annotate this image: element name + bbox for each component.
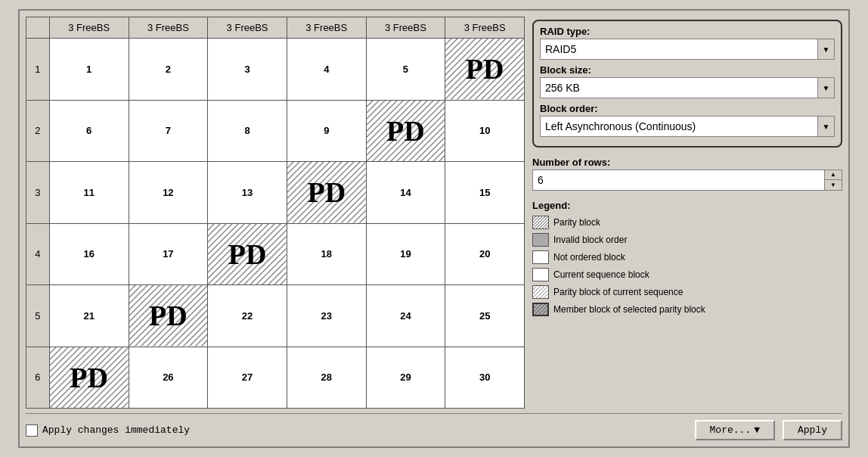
cell-5-2[interactable]: PD	[129, 285, 208, 347]
legend-invalid: Invalid block order	[532, 233, 842, 247]
legend-current-seq: Current sequence block	[532, 268, 842, 281]
apply-immediately-checkbox[interactable]	[26, 424, 38, 437]
num-rows-spinner[interactable]: 6 ▲ ▼	[532, 169, 842, 191]
spin-down[interactable]: ▼	[825, 180, 842, 190]
legend-parity-current: Parity block of current sequence	[532, 285, 842, 299]
cell-3-3[interactable]: 13	[208, 162, 287, 224]
legend-invalid-label: Invalid block order	[553, 235, 627, 245]
cell-4-3[interactable]: PD	[208, 223, 287, 285]
parity-current-hatch-svg	[533, 286, 548, 298]
spin-up[interactable]: ▲	[825, 170, 842, 180]
cell-5-6[interactable]: 25	[445, 285, 525, 347]
cell-2-5[interactable]: PD	[366, 100, 445, 162]
raid-type-value: RAID5	[541, 41, 817, 58]
block-order-value: Left Asynchronous (Continuous)	[541, 118, 817, 135]
more-dropdown-arrow: ▼	[754, 424, 760, 436]
grid-area: 3 FreeBS 3 FreeBS 3 FreeBS 3 FreeBS 3 Fr…	[26, 17, 525, 409]
legend-parity-current-label: Parity block of current sequence	[553, 287, 683, 297]
legend-current-seq-box	[532, 268, 549, 281]
cell-4-6[interactable]: 20	[445, 223, 525, 285]
col-header-2: 3 FreeBS	[129, 17, 208, 39]
table-row: 26789	[26, 100, 525, 162]
right-panel: RAID type: RAID5 ▼ Block size: 256 KB ▼ …	[532, 17, 842, 409]
parity-cell-value: PD	[50, 347, 129, 409]
cell-5-5[interactable]: 24	[366, 285, 445, 347]
settings-box: RAID type: RAID5 ▼ Block size: 256 KB ▼ …	[532, 20, 842, 148]
row-num-4: 4	[26, 223, 50, 285]
cell-1-2[interactable]: 2	[129, 39, 208, 101]
legend-invalid-box	[532, 233, 549, 247]
col-header-3: 3 FreeBS	[208, 17, 287, 39]
parity-cell-value: PD	[367, 101, 445, 162]
cell-5-3[interactable]: 22	[208, 285, 287, 347]
cell-4-2[interactable]: 17	[129, 223, 208, 285]
parity-hatch-svg	[533, 216, 548, 228]
block-order-arrow[interactable]: ▼	[817, 117, 834, 136]
cell-4-1[interactable]: 16	[49, 223, 129, 285]
table-row: 112345	[26, 39, 525, 101]
raid-type-select[interactable]: RAID5 ▼	[540, 39, 835, 60]
cell-3-5[interactable]: 14	[366, 162, 445, 224]
raid-grid: 3 FreeBS 3 FreeBS 3 FreeBS 3 FreeBS 3 Fr…	[26, 17, 525, 409]
block-size-arrow[interactable]: ▼	[817, 78, 834, 98]
cell-3-2[interactable]: 12	[129, 162, 208, 224]
legend-parity-label: Parity block	[553, 217, 600, 228]
corner-cell	[26, 17, 50, 39]
row-num-6: 6	[26, 347, 50, 409]
rows-section: Number of rows: 6 ▲ ▼	[532, 157, 842, 191]
num-rows-label: Number of rows:	[532, 157, 842, 168]
cell-3-1[interactable]: 11	[49, 162, 129, 224]
member-hatch-svg	[534, 304, 547, 315]
cell-1-4[interactable]: 4	[287, 39, 366, 101]
main-container: 3 FreeBS 3 FreeBS 3 FreeBS 3 FreeBS 3 Fr…	[18, 9, 850, 448]
parity-cell-value: PD	[129, 285, 208, 347]
block-order-select[interactable]: Left Asynchronous (Continuous) ▼	[540, 116, 835, 137]
cell-6-6[interactable]: 30	[445, 347, 525, 409]
cell-6-3[interactable]: 27	[208, 347, 287, 409]
cell-2-1[interactable]: 6	[49, 100, 129, 162]
cell-4-4[interactable]: 18	[287, 223, 366, 285]
cell-1-3[interactable]: 3	[208, 39, 287, 101]
row-num-3: 3	[26, 162, 50, 224]
cell-1-6[interactable]: PD	[445, 39, 525, 101]
num-rows-value: 6	[533, 172, 824, 188]
col-header-4: 3 FreeBS	[287, 17, 366, 39]
apply-immediately-text: Apply changes immediately	[42, 424, 190, 436]
cell-3-6[interactable]: 15	[445, 162, 525, 224]
apply-immediately-label[interactable]: Apply changes immediately	[26, 424, 190, 437]
legend-member: Member block of selected parity block	[532, 303, 842, 316]
legend-section: Legend: Parity block	[532, 200, 842, 320]
table-row: 521 PD	[26, 285, 525, 347]
cell-2-3[interactable]: 8	[208, 100, 287, 162]
content-area: 3 FreeBS 3 FreeBS 3 FreeBS 3 FreeBS 3 Fr…	[26, 17, 842, 409]
row-num-2: 2	[26, 100, 50, 162]
legend-current-seq-label: Current sequence block	[553, 269, 649, 280]
cell-2-2[interactable]: 7	[129, 100, 208, 162]
spin-buttons: ▲ ▼	[824, 170, 842, 190]
table-row: 3111213	[26, 162, 525, 224]
cell-6-2[interactable]: 26	[129, 347, 208, 409]
apply-button[interactable]: Apply	[783, 420, 842, 440]
more-button-label: More...	[710, 424, 752, 436]
row-num-1: 1	[26, 39, 50, 101]
legend-parity-current-box	[532, 285, 549, 299]
cell-2-4[interactable]: 9	[287, 100, 366, 162]
cell-2-6[interactable]: 10	[445, 100, 525, 162]
cell-5-4[interactable]: 23	[287, 285, 366, 347]
table-row: 6 PD	[26, 347, 525, 409]
more-button[interactable]: More... ▼	[695, 420, 775, 440]
cell-4-5[interactable]: 19	[366, 223, 445, 285]
cell-6-1[interactable]: PD	[49, 347, 129, 409]
parity-cell-value: PD	[287, 162, 366, 223]
legend-member-label: Member block of selected parity block	[553, 304, 705, 315]
raid-type-arrow[interactable]: ▼	[817, 39, 834, 59]
cell-3-4[interactable]: PD	[287, 162, 366, 224]
row-num-5: 5	[26, 285, 50, 347]
cell-1-5[interactable]: 5	[366, 39, 445, 101]
cell-5-1[interactable]: 21	[49, 285, 129, 347]
block-size-select[interactable]: 256 KB ▼	[540, 77, 835, 98]
cell-6-4[interactable]: 28	[287, 347, 366, 409]
cell-1-1[interactable]: 1	[49, 39, 129, 101]
parity-cell-value: PD	[208, 224, 287, 285]
cell-6-5[interactable]: 29	[366, 347, 445, 409]
